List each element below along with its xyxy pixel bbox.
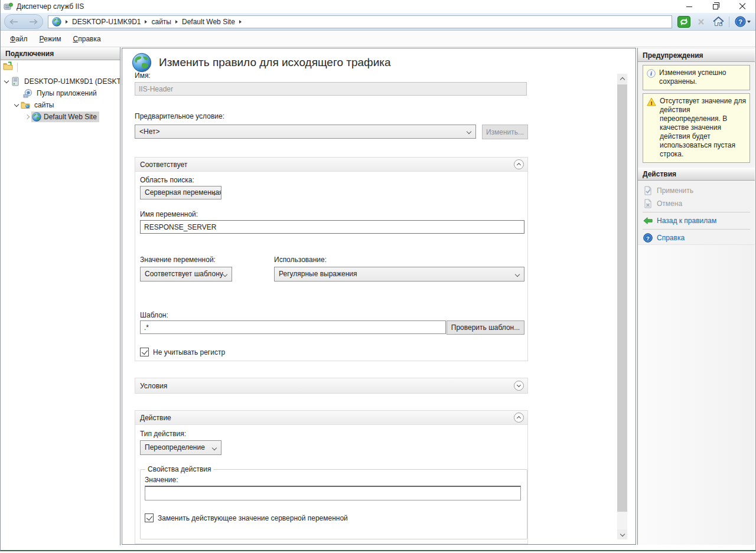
variable-value-select[interactable]: Соответствует шаблону [140,267,232,282]
action-type-label: Тип действия: [140,430,186,438]
menu-bar: Файл Режим Справка [1,31,755,47]
chevron-down-icon [747,21,751,23]
help-link[interactable]: ? Справка [638,231,755,244]
using-select[interactable]: Регулярные выражения [274,267,524,282]
using-label: Использование: [274,256,327,264]
actions-header: Действия [638,168,755,181]
minimize-button[interactable] [676,0,702,13]
conditions-section-header[interactable]: Условия [135,378,527,393]
address-bar-tools: ? [677,15,752,28]
apply-button[interactable]: Применить [638,184,755,197]
cancel-label: Отмена [657,199,682,208]
back-to-rules-link[interactable]: Назад к правилам [638,214,755,227]
tree-item-app-pools[interactable]: Пулы приложений [1,87,120,99]
ignore-case-row: Не учитывать регистр [140,348,225,356]
chevron-down-icon [212,446,217,450]
help-button[interactable]: ? [733,15,752,28]
breadcrumb-separator-icon[interactable] [145,20,147,24]
action-type-select[interactable]: Переопределение [140,440,221,455]
expand-section-icon[interactable] [514,381,524,391]
scroll-down-button[interactable] [617,529,627,539]
actions-divider [643,212,750,212]
menu-view[interactable]: Режим [34,32,67,45]
restore-button[interactable] [702,0,729,13]
replace-value-checkbox[interactable] [145,513,154,522]
back-button[interactable] [8,17,21,27]
app-icon [4,2,13,11]
forward-button[interactable] [27,17,40,27]
action-section-header[interactable]: Действие [135,411,527,425]
match-section: Соответствует Область поиска: Серверная … [135,157,528,361]
scope-label: Область поиска: [140,176,194,184]
connections-panel: Подключения DESKTOP-U1MK9D1 (DESKTOP Пул… [1,47,120,545]
back-arrow-icon [643,216,653,225]
name-input[interactable] [135,82,527,96]
breadcrumb-item-server[interactable]: DESKTOP-U1MK9D1 [72,18,141,26]
name-label: Имя: [135,71,151,80]
precondition-select[interactable]: <Нет> [135,125,476,139]
sites-folder-icon [21,100,30,110]
tree-item-server[interactable]: DESKTOP-U1MK9D1 (DESKTOP [1,76,120,87]
help-label: Справка [657,234,685,242]
variable-name-input[interactable] [140,220,524,234]
menu-file[interactable]: Файл [4,32,34,45]
content-panel: Изменить правило для исходящего трафика … [122,48,636,545]
vertical-scrollbar[interactable] [617,74,627,539]
action-value-input[interactable] [145,486,521,500]
refresh-button[interactable] [677,15,691,28]
tree-item-default-web-site[interactable]: Default Web Site [1,111,120,123]
tree-item-sites[interactable]: сайты [1,99,120,111]
menu-help[interactable]: Справка [67,32,107,45]
selected-tree-item[interactable]: Default Web Site [31,112,99,122]
variable-name-label: Имя переменной: [140,210,198,218]
iis-manager-window: Диспетчер служб IIS DESKTOP-U1MK9D1 сайт… [0,0,756,551]
replace-value-label: Заменить действующее значение серверной … [158,514,348,522]
stop-button[interactable] [694,15,708,28]
test-pattern-button[interactable]: Проверить шаблон... [447,320,524,335]
info-icon: i [647,69,656,86]
address-bar: DESKTOP-U1MK9D1 сайты Default Web Site ? [1,13,755,31]
collapse-icon[interactable] [14,102,19,106]
precondition-label: Предварительное условие: [135,112,224,120]
match-section-header[interactable]: Соответствует [135,158,527,172]
side-panel-filler [638,244,755,545]
svg-text:i: i [650,70,652,77]
warning-box-saved: i Изменения успешно сохранены. [643,65,750,90]
close-button[interactable] [729,0,755,13]
save-connection-icon[interactable] [3,61,14,73]
collapse-icon[interactable] [4,78,9,83]
help-icon: ? [643,233,653,243]
conditions-section: Условия [135,378,528,394]
conditions-section-title: Условия [140,382,514,390]
svg-text:?: ? [646,235,650,241]
breadcrumb[interactable]: DESKTOP-U1MK9D1 сайты Default Web Site [48,15,672,28]
scope-select[interactable]: Серверная переменная [140,186,221,199]
actions-list: Применить Отмена Назад к правилам ? [638,181,755,244]
window-title: Диспетчер служб IIS [17,2,84,11]
chevron-down-icon [515,272,520,277]
ignore-case-checkbox[interactable] [140,348,149,356]
action-section: Действие Тип действия: Переопределение С… [135,410,528,544]
actions-divider [643,229,750,230]
breadcrumb-separator-icon[interactable] [175,20,178,24]
breadcrumb-item-sites[interactable]: сайты [151,18,171,26]
tree-item-label: Пулы приложений [35,89,99,98]
breadcrumb-separator-icon[interactable] [239,20,242,24]
page-title: Изменить правило для исходящего трафика [159,56,391,69]
warning-text: Отсутствует значение для действия переоп… [660,97,746,159]
breadcrumb-item-default-web-site[interactable]: Default Web Site [182,18,235,26]
variable-value-label: Значение переменной: [140,256,216,264]
toolbar-divider [729,17,729,27]
collapse-section-icon[interactable] [514,413,524,423]
application-pools-icon [23,89,32,98]
scrollbar-thumb[interactable] [617,84,627,512]
edit-precondition-button[interactable]: Изменить... [482,125,528,139]
pattern-label: Шаблон: [140,311,168,319]
scroll-up-button[interactable] [617,74,627,84]
breadcrumb-separator-icon[interactable] [66,20,68,24]
expand-icon[interactable] [25,114,30,119]
cancel-button[interactable]: Отмена [638,197,755,210]
home-button[interactable] [711,15,725,28]
collapse-section-icon[interactable] [514,159,524,169]
pattern-input[interactable] [140,320,446,334]
